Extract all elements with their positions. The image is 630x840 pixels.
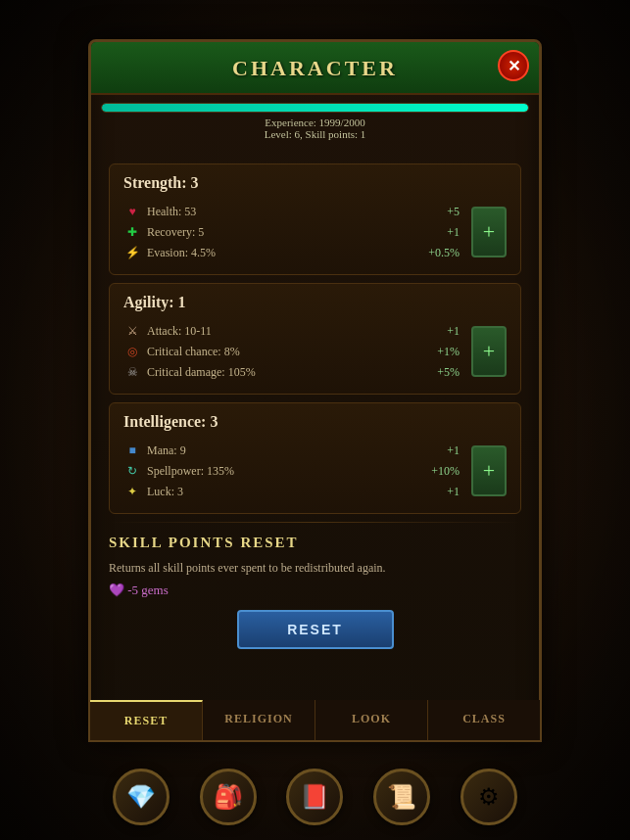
intelligence-inner: ■ Mana: 9 +1 ↻ Spellpower: 135% +10% ✦ L… — [123, 439, 507, 503]
recovery-icon: ✚ — [123, 223, 141, 241]
exp-bar-container — [101, 103, 529, 113]
health-row: ♥ Health: 53 +5 — [123, 203, 460, 220]
crit-chance-bonus: +1% — [415, 345, 460, 359]
inventory-icon[interactable]: 💎 — [113, 769, 170, 825]
recovery-label: Recovery: 5 — [147, 225, 415, 240]
bottom-bar: 💎 🎒 📕 📜 ⚙ — [88, 764, 542, 830]
strength-plus-button[interactable]: + — [471, 207, 507, 257]
skill-reset-section: SKILL POINTS RESET Returns all skill poi… — [109, 527, 521, 657]
spellpower-row: ↻ Spellpower: 135% +10% — [123, 462, 460, 480]
health-label: Health: 53 — [147, 205, 415, 219]
evasion-label: Evasion: 4.5% — [147, 246, 415, 260]
recovery-bonus: +1 — [415, 225, 460, 240]
evasion-row: ⚡ Evasion: 4.5% +0.5% — [123, 244, 460, 261]
strength-stats: ♥ Health: 53 +5 ✚ Recovery: 5 +1 ⚡ Evasi… — [123, 200, 460, 264]
agility-inner: ⚔ Attack: 10-11 +1 ◎ Critical chance: 8%… — [123, 319, 507, 384]
panel-title: CHARACTER — [232, 56, 398, 80]
panel-header: CHARACTER ✕ — [91, 42, 539, 95]
level-text: Level: 6, Skill points: 1 — [101, 128, 529, 140]
bottom-tabs: RESET RELIGION LOOK CLASS — [88, 700, 542, 742]
tab-reset[interactable]: RESET — [90, 700, 203, 740]
agility-title: Agility: 1 — [123, 294, 507, 311]
settings-icon[interactable]: ⚙ — [460, 769, 517, 825]
reset-description: Returns all skill points ever spent to b… — [109, 559, 521, 577]
book-icon[interactable]: 📕 — [286, 769, 343, 825]
attack-bonus: +1 — [415, 324, 460, 339]
mana-icon: ■ — [123, 442, 141, 459]
gem-cost: 💜 -5 gems — [109, 583, 521, 598]
evasion-bonus: +0.5% — [415, 246, 460, 260]
panel-content: Strength: 3 ♥ Health: 53 +5 ✚ Recovery: … — [91, 146, 539, 667]
luck-label: Luck: 3 — [147, 485, 415, 499]
divider — [109, 522, 521, 523]
tab-class[interactable]: CLASS — [428, 700, 540, 740]
intelligence-box: Intelligence: 3 ■ Mana: 9 +1 ↻ Spellpowe… — [109, 402, 521, 514]
luck-bonus: +1 — [415, 485, 460, 499]
mana-bonus: +1 — [415, 443, 460, 458]
spellpower-icon: ↻ — [123, 462, 141, 480]
agility-stats: ⚔ Attack: 10-11 +1 ◎ Critical chance: 8%… — [123, 319, 460, 384]
bag-icon[interactable]: 🎒 — [200, 769, 257, 825]
intelligence-stats: ■ Mana: 9 +1 ↻ Spellpower: 135% +10% ✦ L… — [123, 439, 460, 503]
close-button[interactable]: ✕ — [498, 50, 529, 81]
crit-chance-label: Critical chance: 8% — [147, 345, 415, 359]
luck-icon: ✦ — [123, 483, 141, 500]
scroll-icon[interactable]: 📜 — [373, 769, 430, 825]
crit-damage-bonus: +5% — [415, 365, 460, 380]
intelligence-title: Intelligence: 3 — [123, 413, 507, 431]
strength-inner: ♥ Health: 53 +5 ✚ Recovery: 5 +1 ⚡ Evasi… — [123, 200, 507, 264]
health-bonus: +5 — [415, 205, 460, 219]
crit-damage-row: ☠ Critical damage: 105% +5% — [123, 363, 460, 381]
attack-icon: ⚔ — [123, 322, 141, 340]
crit-chance-icon: ◎ — [123, 343, 141, 360]
reset-title: SKILL POINTS RESET — [109, 535, 521, 551]
exp-bar-fill — [102, 104, 528, 112]
crit-damage-label: Critical damage: 105% — [147, 365, 415, 380]
spellpower-label: Spellpower: 135% — [147, 464, 415, 479]
luck-row: ✦ Luck: 3 +1 — [123, 483, 460, 500]
attack-row: ⚔ Attack: 10-11 +1 — [123, 322, 460, 340]
agility-box: Agility: 1 ⚔ Attack: 10-11 +1 ◎ Critical… — [109, 283, 521, 395]
tab-religion[interactable]: RELIGION — [203, 700, 315, 740]
strength-box: Strength: 3 ♥ Health: 53 +5 ✚ Recovery: … — [109, 163, 521, 275]
main-panel: CHARACTER ✕ Experience: 1999/2000 Level:… — [88, 39, 542, 742]
health-icon: ♥ — [123, 203, 141, 220]
crit-chance-row: ◎ Critical chance: 8% +1% — [123, 343, 460, 360]
agility-plus-button[interactable]: + — [471, 326, 507, 377]
intelligence-plus-button[interactable]: + — [471, 445, 507, 496]
mana-label: Mana: 9 — [147, 443, 415, 458]
tab-look[interactable]: LOOK — [315, 700, 428, 740]
experience-section: Experience: 1999/2000 Level: 6, Skill po… — [91, 95, 539, 146]
exp-text: Experience: 1999/2000 — [101, 117, 529, 128]
strength-title: Strength: 3 — [123, 174, 507, 192]
recovery-row: ✚ Recovery: 5 +1 — [123, 223, 460, 241]
mana-row: ■ Mana: 9 +1 — [123, 442, 460, 459]
crit-damage-icon: ☠ — [123, 363, 141, 381]
evasion-icon: ⚡ — [123, 244, 141, 261]
spellpower-bonus: +10% — [415, 464, 460, 479]
reset-button[interactable]: RESET — [237, 610, 394, 649]
attack-label: Attack: 10-11 — [147, 324, 415, 339]
